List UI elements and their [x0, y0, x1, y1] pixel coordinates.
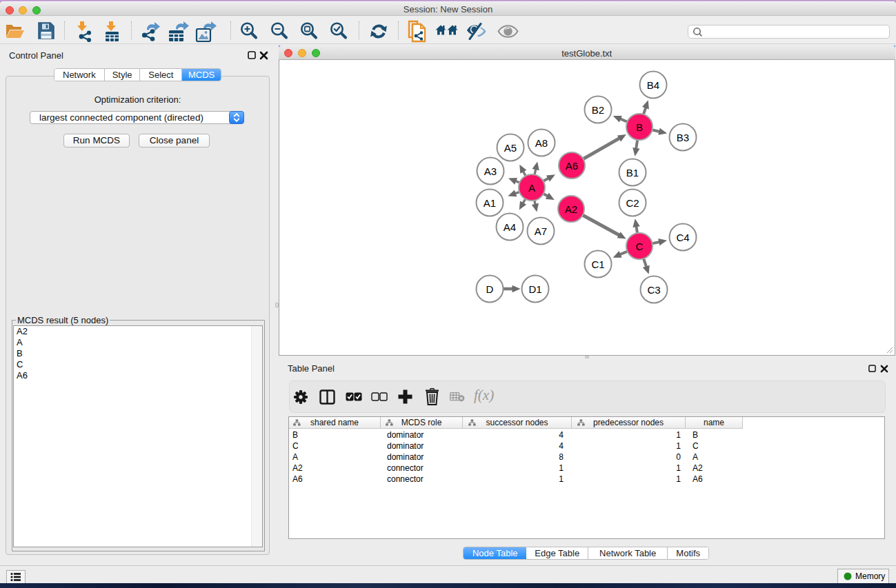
svg-text:A1: A1	[483, 197, 495, 209]
svg-text:A3: A3	[484, 165, 496, 177]
svg-text:A4: A4	[503, 221, 515, 233]
svg-text:B1: B1	[626, 167, 638, 179]
svg-text:C4: C4	[676, 232, 689, 243]
svg-text:B4: B4	[646, 79, 659, 91]
svg-text:C: C	[635, 241, 643, 252]
svg-text:A2: A2	[564, 203, 577, 215]
svg-text:D: D	[486, 283, 493, 295]
svg-text:B: B	[635, 121, 642, 133]
svg-text:A: A	[528, 182, 535, 194]
svg-text:C3: C3	[647, 284, 660, 296]
svg-text:B2: B2	[591, 104, 604, 116]
svg-text:C2: C2	[626, 197, 639, 209]
svg-text:D1: D1	[528, 283, 541, 295]
svg-text:B3: B3	[676, 132, 688, 143]
svg-text:C1: C1	[591, 258, 604, 270]
svg-text:A5: A5	[504, 142, 516, 154]
svg-text:A7: A7	[534, 225, 546, 237]
svg-text:A6: A6	[565, 160, 577, 172]
svg-text:A8: A8	[535, 137, 547, 149]
